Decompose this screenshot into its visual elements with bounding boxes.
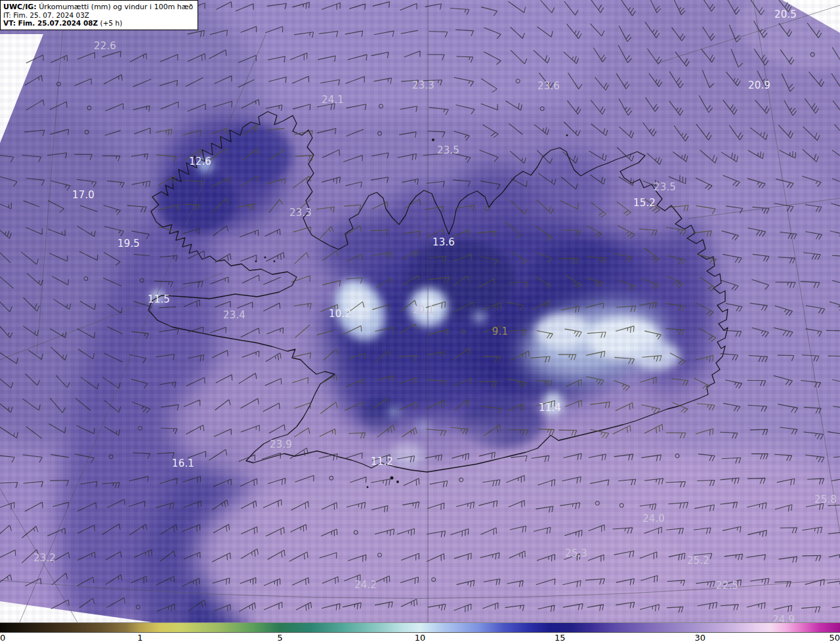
islet bbox=[367, 486, 369, 488]
precip-blob bbox=[418, 295, 439, 316]
islet bbox=[432, 139, 434, 141]
precip-blob bbox=[536, 314, 591, 349]
colorbar-tick-label: 10 bbox=[415, 633, 426, 642]
valid-time: VT: Fim. 25.07.2024 08Z (+5 h) bbox=[3, 19, 193, 27]
init-time: IT: Fim. 25. 07. 2024 03Z bbox=[3, 11, 193, 19]
colorbar-gradient bbox=[0, 623, 840, 633]
colorbar-tick-label: 15 bbox=[555, 633, 566, 642]
product-title: UWC/IG: Úrkomumætti (mm) og vindur i 100… bbox=[3, 3, 193, 11]
precip-blob bbox=[551, 532, 696, 622]
colorbar-tick-label: 5 bbox=[278, 633, 283, 642]
precip-blob bbox=[257, 315, 336, 420]
colorbar-tick-label: 0 bbox=[0, 633, 5, 642]
precip-blob bbox=[543, 392, 564, 417]
islet bbox=[264, 257, 266, 259]
precip-blob bbox=[525, 151, 610, 230]
weather-chart-page: 20.522.623.323.620.924.123.512.623.517.0… bbox=[0, 0, 840, 642]
colorbar-tick-label: 1 bbox=[137, 633, 142, 642]
colorbar-tick-label: 30 bbox=[694, 633, 705, 642]
islet bbox=[396, 481, 399, 483]
legend-title-box: UWC/IG: Úrkomumætti (mm) og vindur i 100… bbox=[0, 0, 198, 30]
precip-blob bbox=[201, 160, 209, 168]
precip-blob bbox=[472, 311, 487, 323]
islet bbox=[274, 261, 276, 263]
islet bbox=[390, 477, 394, 480]
precip-blob bbox=[220, 125, 292, 184]
colorbar-tick-label: 50 bbox=[829, 633, 840, 642]
precip-blob bbox=[388, 406, 400, 418]
precip-field bbox=[0, 0, 840, 622]
weather-map bbox=[0, 0, 840, 622]
islet bbox=[566, 135, 568, 137]
precip-colorbar: 01510153050 bbox=[0, 622, 840, 642]
precip-wind-map-canvas bbox=[0, 0, 840, 622]
precip-blob bbox=[322, 217, 420, 289]
colorbar-ticks: 01510153050 bbox=[0, 633, 840, 642]
